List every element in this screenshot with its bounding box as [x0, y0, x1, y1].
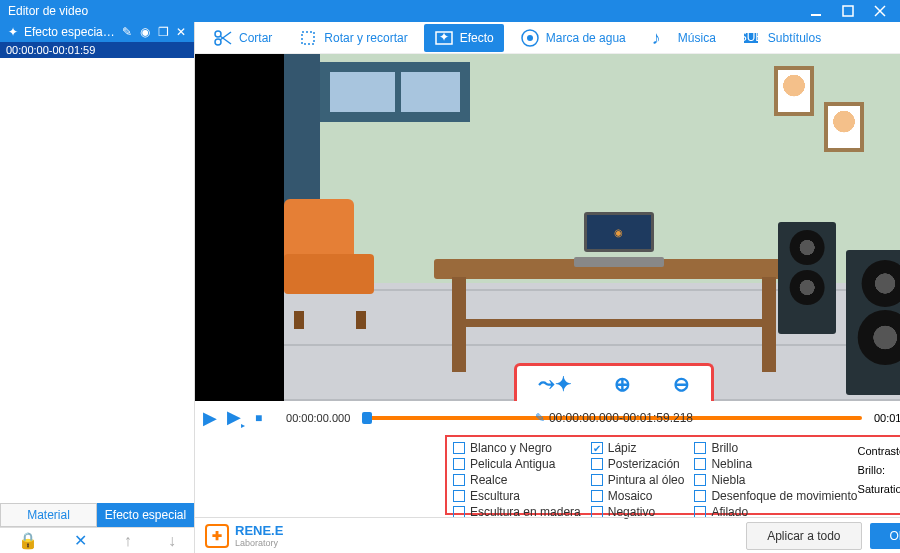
- wand-tool-icon[interactable]: ⤳✦: [538, 372, 572, 396]
- tab-effect-label: Efecto: [460, 31, 494, 45]
- tab-rotate[interactable]: Rotar y recortar: [288, 24, 417, 52]
- checkbox[interactable]: [694, 490, 706, 502]
- effects-panel: Blanco y NegroPelicula AntiguaRealceEscu…: [445, 435, 900, 515]
- clip-time: 00:00:00-00:01:59: [0, 42, 194, 58]
- subtitle-icon: SUB: [742, 28, 762, 48]
- eye-icon[interactable]: ◉: [138, 25, 152, 39]
- effect-option[interactable]: Niebla: [694, 473, 857, 487]
- effect-label: Blanco y Negro: [470, 441, 552, 455]
- contrast-row: Contraste: 0 Restablecer: [858, 443, 900, 458]
- tab-cut[interactable]: Cortar: [203, 24, 282, 52]
- tab-rotate-label: Rotar y recortar: [324, 31, 407, 45]
- checkbox[interactable]: [591, 458, 603, 470]
- play-step-icon[interactable]: ▶▸: [225, 406, 247, 430]
- contrast-label: Contraste:: [858, 445, 900, 457]
- tab-watermark-label: Marca de agua: [546, 31, 626, 45]
- logo-subtext: Laboratory: [235, 538, 283, 548]
- timeline-thumb[interactable]: [362, 412, 372, 424]
- svg-point-12: [527, 35, 533, 41]
- effect-option[interactable]: Blanco y Negro: [453, 441, 581, 455]
- effect-label: Mosaico: [608, 489, 653, 503]
- window-title: Editor de video: [8, 4, 810, 18]
- saturation-row: Saturation: 0 Restablecer: [858, 481, 900, 496]
- move-up-icon[interactable]: ↑: [124, 532, 132, 550]
- svg-text:SUB: SUB: [742, 30, 762, 44]
- clip-name: Efecto especial────...: [24, 25, 116, 39]
- tab-subtitles-label: Subtítulos: [768, 31, 821, 45]
- checkbox[interactable]: ✔: [591, 442, 603, 454]
- minimize-icon[interactable]: [810, 5, 822, 17]
- video-preview: ◉ ⤳✦ ⊕ ⊖: [195, 54, 900, 401]
- effect-label: Posterización: [608, 457, 680, 471]
- effect-option[interactable]: Pelicula Antigua: [453, 457, 581, 471]
- watermark-icon: [520, 28, 540, 48]
- checkbox[interactable]: [591, 490, 603, 502]
- effect-label: Escultura: [470, 489, 520, 503]
- timeline-end: 00:01:59.218: [874, 412, 900, 424]
- pencil-icon: ✎: [535, 411, 545, 425]
- checkbox[interactable]: [453, 442, 465, 454]
- effect-option[interactable]: Escultura: [453, 489, 581, 503]
- effect-option[interactable]: Mosaico: [591, 489, 685, 503]
- brightness-row: Brillo: 0 Restablecer: [858, 462, 900, 477]
- tab-effect-top[interactable]: ✦ Efecto: [424, 24, 504, 52]
- checkbox[interactable]: [694, 442, 706, 454]
- lock-icon[interactable]: 🔒: [18, 531, 38, 550]
- effect-option[interactable]: Posterización: [591, 457, 685, 471]
- checkbox[interactable]: [453, 490, 465, 502]
- edit-icon[interactable]: ✎: [120, 25, 134, 39]
- logo: ✚ RENE.E Laboratory: [205, 523, 283, 548]
- logo-text: RENE.E: [235, 523, 283, 538]
- tab-effect[interactable]: Efecto especial: [97, 503, 194, 527]
- svg-rect-1: [843, 6, 853, 16]
- scissors-icon: [213, 28, 233, 48]
- crop-icon: [298, 28, 318, 48]
- tab-subtitles[interactable]: SUB Subtítulos: [732, 24, 831, 52]
- tab-cut-label: Cortar: [239, 31, 272, 45]
- ok-button[interactable]: OK: [870, 523, 900, 549]
- effect-icon: ✦: [434, 28, 454, 48]
- effect-label: Brillo: [711, 441, 738, 455]
- effect-label: Pintura al óleo: [608, 473, 685, 487]
- effect-option[interactable]: Neblina: [694, 457, 857, 471]
- timeline-edit-range[interactable]: ✎ 00:00:00.000-00:01:59.218: [535, 411, 693, 425]
- remove-icon[interactable]: ✕: [174, 25, 188, 39]
- tab-material[interactable]: Material: [0, 503, 97, 527]
- move-down-icon[interactable]: ↓: [168, 532, 176, 550]
- wand-icon: ✦: [6, 25, 20, 39]
- effect-option[interactable]: Pintura al óleo: [591, 473, 685, 487]
- effect-option[interactable]: Desenfoque de movimiento: [694, 489, 857, 503]
- stop-icon[interactable]: ■: [253, 411, 264, 425]
- maximize-icon[interactable]: [842, 5, 854, 17]
- apply-all-button[interactable]: Aplicar a todo: [746, 522, 861, 550]
- tab-watermark[interactable]: Marca de agua: [510, 24, 636, 52]
- zoom-out-icon[interactable]: ⊖: [673, 372, 690, 396]
- svg-text:✦: ✦: [439, 30, 449, 44]
- effect-label: Realce: [470, 473, 507, 487]
- copy-icon[interactable]: ❐: [156, 25, 170, 39]
- effect-label: Desenfoque de movimiento: [711, 489, 857, 503]
- zoom-in-icon[interactable]: ⊕: [614, 372, 631, 396]
- effect-label: Niebla: [711, 473, 745, 487]
- effect-label: Pelicula Antigua: [470, 457, 555, 471]
- checkbox[interactable]: [591, 474, 603, 486]
- tab-music-label: Música: [678, 31, 716, 45]
- logo-icon: ✚: [205, 524, 229, 548]
- effect-label: Lápiz: [608, 441, 637, 455]
- checkbox[interactable]: [453, 474, 465, 486]
- checkbox[interactable]: [694, 458, 706, 470]
- effect-option[interactable]: Realce: [453, 473, 581, 487]
- delete-icon[interactable]: ✕: [74, 531, 87, 550]
- tab-music[interactable]: ♪ Música: [642, 24, 726, 52]
- effect-option[interactable]: Brillo: [694, 441, 857, 455]
- svg-rect-8: [302, 32, 314, 44]
- saturation-label: Saturation:: [858, 483, 900, 495]
- brightness-label: Brillo:: [858, 464, 900, 476]
- zoom-toolbar: ⤳✦ ⊕ ⊖: [514, 363, 714, 401]
- clip-item[interactable]: ✦ Efecto especial────... ✎ ◉ ❐ ✕: [0, 22, 194, 42]
- checkbox[interactable]: [453, 458, 465, 470]
- checkbox[interactable]: [694, 474, 706, 486]
- effect-option[interactable]: ✔Lápiz: [591, 441, 685, 455]
- play-icon[interactable]: ▶: [201, 407, 219, 429]
- close-icon[interactable]: [874, 5, 886, 17]
